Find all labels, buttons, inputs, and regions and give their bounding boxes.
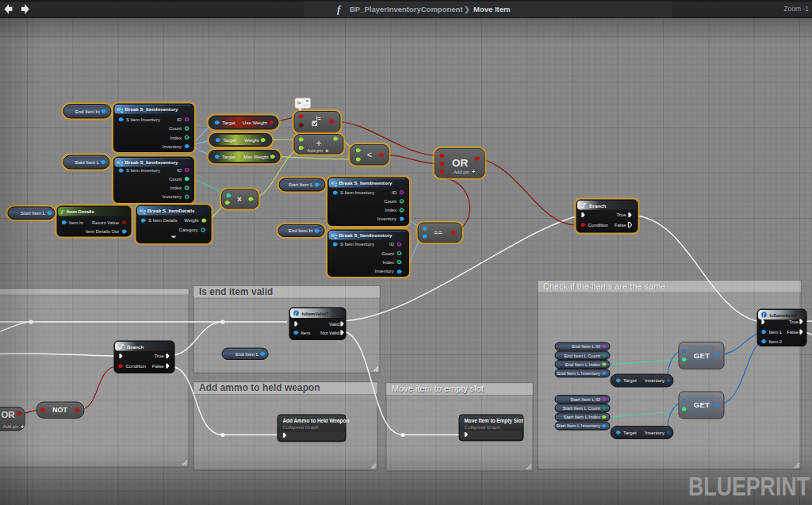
svg-text:Weight: Weight [184,218,199,223]
svg-text:<: < [367,150,372,159]
svg-text:Target: Target [223,138,236,143]
svg-text:❯: ❯ [464,6,470,14]
svg-text:Index: Index [170,186,182,190]
svg-text:ID: ID [389,242,394,247]
svg-text:Collapsed Graph: Collapsed Graph [465,425,501,430]
svg-text:Count: Count [381,251,394,256]
svg-text:ID: ID [177,117,182,122]
svg-text:Start Item L Index: Start Item L Index [564,415,600,419]
svg-text:Return Value: Return Value [92,220,120,225]
svg-text:BLUEPRINT: BLUEPRINT [688,471,810,501]
svg-text:Zoom -1: Zoom -1 [783,5,809,13]
svg-text:Branch: Branch [589,203,607,209]
svg-text:End Item L Index: End Item L Index [565,362,600,367]
svg-text:Item In: Item In [69,220,83,225]
svg-text:Move Item: Move Item [473,5,510,13]
svg-text:Move Item to Empty Slot: Move Item to Empty Slot [465,418,524,424]
svg-text:Move item to empty slot: Move item to empty slot [392,384,484,393]
svg-text:IsItemValid?: IsItemValid? [302,312,329,316]
svg-text:Inventory: Inventory [377,216,396,221]
svg-text:Collapsed Graph: Collapsed Graph [283,425,320,430]
svg-text:!=: != [297,101,301,105]
svg-text:Start Item L ID: Start Item L ID [570,397,600,402]
svg-text:S Item Inventory: S Item Inventory [126,117,160,122]
svg-text:Valid: Valid [329,322,339,327]
svg-text:NOT: NOT [52,406,68,414]
svg-text:End Item In: End Item In [75,109,100,114]
svg-text:GET: GET [694,400,710,409]
svg-text:Start Item L: Start Item L [288,182,313,187]
svg-text:BP_PlayerInventoryComponent: BP_PlayerInventoryComponent [350,5,463,13]
svg-text:GET: GET [694,351,710,360]
svg-text:Not Valid: Not Valid [320,331,339,335]
svg-text:Category: Category [179,228,198,232]
svg-text:Count: Count [169,126,182,131]
svg-text:End Item L: End Item L [236,352,259,357]
svg-text:Add pin: Add pin [454,170,469,174]
svg-text:IsSameItem?: IsSameItem? [770,313,799,318]
svg-text:Add Ammo to Held Weapon: Add Ammo to Held Weapon [283,418,350,424]
svg-text:Inventory: Inventory [375,269,394,274]
svg-text:End Item L Inventory: End Item L Inventory [557,371,600,376]
svg-text:Target: Target [623,430,637,435]
svg-text:End Item L Count: End Item L Count [564,354,600,358]
svg-text:End Item In: End Item In [289,228,313,233]
svg-text:Index: Index [170,136,182,140]
svg-text:==: == [434,229,442,236]
svg-text:True: True [154,354,164,358]
svg-text:Item: Item [301,331,311,335]
svg-text:Break S_ItemDetails: Break S_ItemDetails [147,208,195,213]
svg-text:+: + [316,137,322,149]
svg-text:Start Item L: Start Item L [75,160,100,165]
svg-text:Add ammo to held weapon: Add ammo to held weapon [199,382,320,393]
svg-text:OR: OR [452,157,469,169]
svg-text:Max Weight: Max Weight [243,155,269,159]
svg-text:Break S_ItemInventory: Break S_ItemInventory [125,106,179,112]
svg-text:End Item L ID: End Item L ID [572,344,600,349]
svg-text:×: × [237,195,242,204]
svg-text:Add pin: Add pin [307,148,323,153]
svg-text:S Item Inventory: S Item Inventory [340,242,374,247]
svg-text:True: True [616,212,626,217]
svg-text:Item 2: Item 2 [769,339,783,344]
svg-text:Target: Target [623,378,637,383]
svg-text:Condition: Condition [126,364,146,369]
svg-text:Break S_ItemInventory: Break S_ItemInventory [125,159,179,165]
svg-text:Use Weight: Use Weight [243,121,267,125]
svg-text:False: False [152,364,164,369]
svg-text:Is end item valid: Is end item valid [199,286,273,297]
svg-text:Item Details: Item Details [67,209,94,214]
svg-text:Index: Index [385,208,396,212]
svg-text:False: False [615,223,626,228]
svg-text:S Item Details: S Item Details [148,218,178,223]
svg-text:True: True [789,319,799,324]
svg-text:Target: Target [222,121,236,125]
svg-text:Count: Count [169,177,182,182]
svg-text:S Item Inventory: S Item Inventory [340,190,374,195]
svg-text:ID: ID [177,168,182,173]
svg-text:Index: Index [383,260,394,265]
svg-text:S Item Inventory: S Item Inventory [126,168,160,173]
svg-text:Inventory: Inventory [645,430,665,435]
svg-text:False: False [787,330,799,335]
svg-text:Check if the items are the sam: Check if the items are the same [543,281,666,291]
svg-text:+: + [325,147,329,155]
svg-text:Start Item L Inventory: Start Item L Inventory [556,423,600,428]
svg-text:+: + [472,168,476,175]
svg-text:ID: ID [392,190,396,195]
svg-text:Inventory: Inventory [163,144,182,149]
svg-text:Weight: Weight [244,138,259,143]
svg-text:Inventory: Inventory [163,194,182,199]
svg-text:Count: Count [384,199,396,204]
svg-text:Item 1: Item 1 [769,330,783,335]
svg-text:Condition: Condition [588,223,608,228]
svg-text:Item Details Out: Item Details Out [86,229,120,234]
svg-text:Branch: Branch [127,344,144,350]
svg-text:Start Item L Count: Start Item L Count [562,406,600,411]
svg-text:Break S_ItemInventory: Break S_ItemInventory [339,232,393,238]
svg-text:Target: Target [222,155,236,159]
svg-text:!=: != [316,116,321,121]
svg-text:Inventory: Inventory [645,378,665,383]
svg-text:Break S_ItemInventory: Break S_ItemInventory [339,180,393,186]
